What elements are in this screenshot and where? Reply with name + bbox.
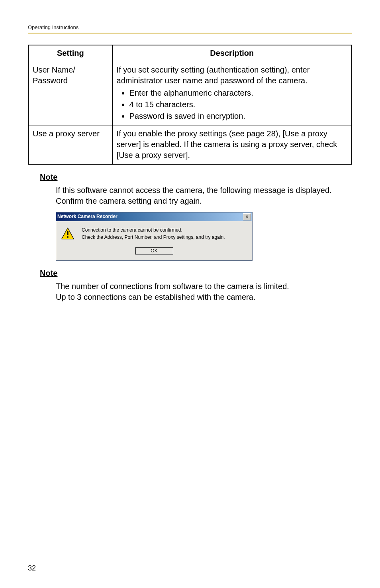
ok-button[interactable]: OK <box>135 247 173 255</box>
svg-point-2 <box>67 236 69 238</box>
dialog-titlebar: Network Camera Recorder × <box>56 212 252 221</box>
cell-setting-proxy: Use a proxy server <box>28 126 112 164</box>
col-header-description: Description <box>112 45 352 62</box>
note-heading: Note <box>40 268 352 279</box>
note-heading: Note <box>40 172 352 183</box>
cell-description-proxy: If you enable the proxy settings (see pa… <box>112 126 352 164</box>
note-body: The number of connections from software … <box>56 281 352 303</box>
dialog-message: Connection to the camera cannot be confi… <box>82 227 247 242</box>
dialog-title: Network Camera Recorder <box>57 213 118 220</box>
settings-table: Setting Description User Name/ Password … <box>28 45 352 165</box>
description-bullets: Enter the alphanumeric characters. 4 to … <box>117 88 347 122</box>
header-rule <box>28 33 352 33</box>
bullet-item: 4 to 15 characters. <box>129 99 347 110</box>
running-header: Operating Instructions <box>28 24 352 31</box>
note-line: The number of connections from software … <box>56 281 352 292</box>
table-row: Use a proxy server If you enable the pro… <box>28 126 352 164</box>
dialog-window: Network Camera Recorder × Connection to … <box>56 212 253 261</box>
dialog-message-line2: Check the Address, Port Number, and Prox… <box>82 234 247 240</box>
dialog-screenshot: Network Camera Recorder × Connection to … <box>56 212 352 261</box>
close-icon[interactable]: × <box>243 213 251 220</box>
warning-icon <box>61 227 77 242</box>
bullet-item: Password is saved in encryption. <box>129 111 347 122</box>
dialog-message-line1: Connection to the camera cannot be confi… <box>82 227 247 233</box>
description-intro: If you set security setting (authenticat… <box>117 65 310 85</box>
col-header-setting: Setting <box>28 45 112 62</box>
svg-rect-1 <box>67 231 68 235</box>
note-body: If this software cannot access the camer… <box>56 185 352 206</box>
page-number: 32 <box>28 563 36 573</box>
bullet-item: Enter the alphanumeric characters. <box>129 88 347 98</box>
table-row: User Name/ Password If you set security … <box>28 62 352 126</box>
cell-setting-username-password: User Name/ Password <box>28 62 112 126</box>
note-line: Up to 3 connections can be established w… <box>56 292 352 303</box>
cell-description-username-password: If you set security setting (authenticat… <box>112 62 352 126</box>
